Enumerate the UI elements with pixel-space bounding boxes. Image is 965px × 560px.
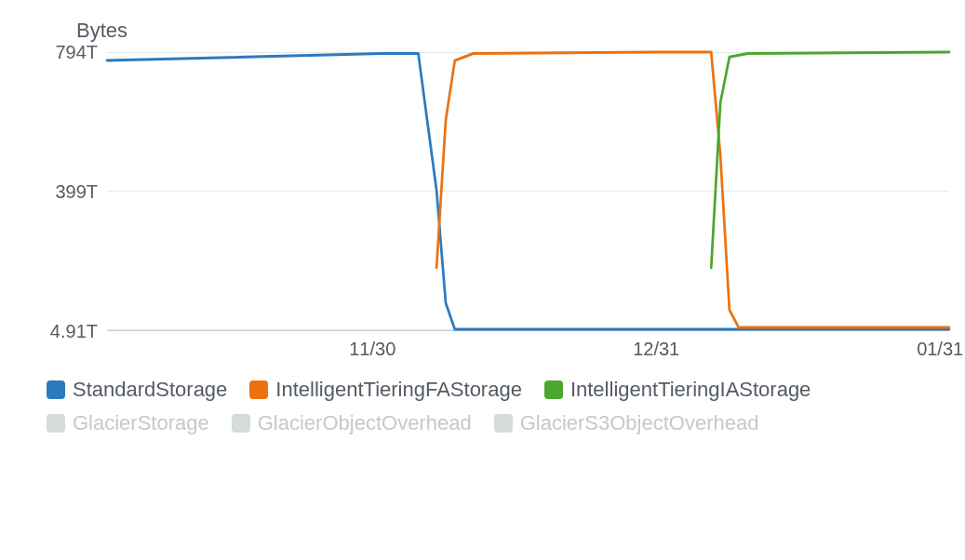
legend-label: IntelligentTieringFAStorage [275,378,522,402]
legend-swatch [47,380,65,399]
legend-label: IntelligentTieringIAStorage [570,378,811,402]
chart-title: Bytes [76,19,949,43]
storage-bytes-chart: Bytes 794T399T4.91T 11/3012/3101/31 Stan… [19,19,949,435]
y-axis: 794T399T4.91T [19,52,107,331]
legend-label: GlacierStorage [73,411,209,435]
legend-swatch [544,380,563,399]
legend-item-GlacierS3ObjectOverhead[interactable]: GlacierS3ObjectOverhead [494,411,759,435]
x-axis: 11/3012/3101/31 [107,331,949,368]
series-line-IntelligentTieringFAStorage [436,52,949,327]
x-tick-label: 01/31 [917,339,963,360]
plot-area [107,52,949,331]
legend-swatch [494,414,513,433]
x-tick-label: 12/31 [633,339,679,360]
legend-label: StandardStorage [73,378,227,402]
y-tick-label: 399T [55,181,98,203]
legend-item-StandardStorage[interactable]: StandardStorage [47,378,227,402]
legend-swatch [47,414,65,433]
chart-lines [107,52,949,329]
y-tick-label: 4.91T [50,321,98,342]
legend-item-GlacierStorage[interactable]: GlacierStorage [47,411,209,435]
y-tick-label: 794T [55,42,98,63]
x-tick-label: 11/30 [349,339,395,360]
legend-item-GlacierObjectOverhead[interactable]: GlacierObjectOverhead [232,411,472,435]
legend-item-IntelligentTieringFAStorage[interactable]: IntelligentTieringFAStorage [249,378,522,402]
legend: StandardStorageIntelligentTieringFAStora… [47,378,884,435]
series-line-StandardStorage [107,53,949,329]
legend-swatch [232,414,250,433]
legend-item-IntelligentTieringIAStorage[interactable]: IntelligentTieringIAStorage [544,378,811,402]
series-line-IntelligentTieringIAStorage [711,52,949,268]
legend-label: GlacierS3ObjectOverhead [520,411,759,435]
legend-swatch [249,380,268,399]
legend-label: GlacierObjectOverhead [258,411,472,435]
